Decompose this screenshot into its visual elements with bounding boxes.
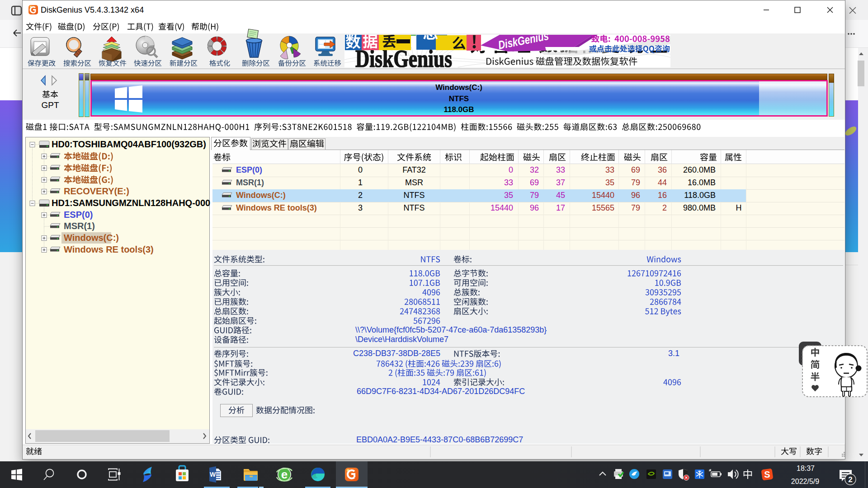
svg-text:W: W: [210, 471, 216, 478]
svg-text:2: 2: [848, 475, 852, 484]
svg-text:S: S: [764, 469, 770, 479]
svg-text:e: e: [281, 468, 288, 481]
